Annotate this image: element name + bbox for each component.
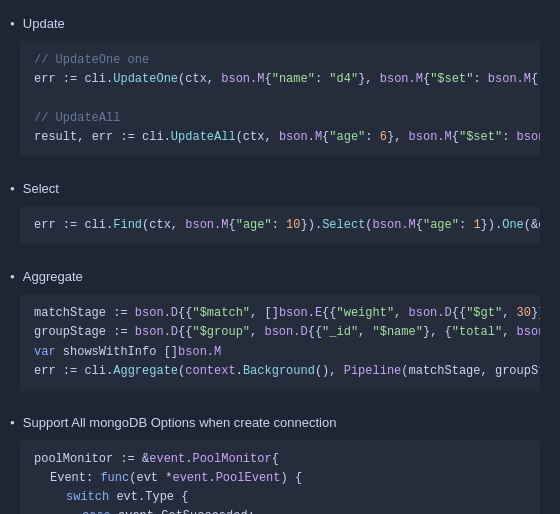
code-token: { [228,218,235,232]
code-token: , [250,325,264,339]
code-token: : [365,130,379,144]
code-line: groupStage := bson.D{{"$group", bson.D{{… [34,323,526,342]
code-token: cli [84,72,106,86]
code-token: (), [315,364,344,378]
section-header-support: ●Support All mongoDB Options when create… [0,409,560,436]
code-token: cli [84,364,106,378]
code-token: , [358,325,372,339]
code-comment: // UpdateAll [34,111,120,125]
code-token: }). [481,218,503,232]
code-token: 10 [286,218,300,232]
code-token: "total" [452,325,502,339]
code-token: result [34,130,77,144]
section-support: ●Support All mongoDB Options when create… [0,409,560,514]
code-token: cli [84,218,106,232]
code-token: { [452,130,459,144]
section-aggregate: ●AggregatematchStage := bson.D{{"$match"… [0,263,560,391]
code-token: }}}}} [531,306,540,320]
code-token: UpdateAll [171,130,236,144]
code-token: event [172,471,208,485]
code-token: "name" [272,72,315,86]
code-token: bson.M [178,345,221,359]
code-token: bson.D [264,325,307,339]
code-line: err := cli.Aggregate(context.Background(… [34,362,526,381]
code-token: case [82,509,111,514]
code-token: err [34,364,56,378]
code-token: poolMonitor [34,452,113,466]
bullet-icon: ● [10,272,15,281]
code-token: bson.D [135,306,178,320]
code-token: : [272,218,286,232]
code-token: bson.D [517,325,540,339]
code-token: : [459,218,473,232]
code-token: . [236,364,243,378]
code-token: bson.M [373,218,416,232]
code-token: bson.M [221,72,264,86]
code-token: 6 [380,130,387,144]
code-token: : [248,509,255,514]
code-line: result, err := cli.UpdateAll(ctx, bson.M… [34,128,526,147]
bullet-icon: ● [10,418,15,427]
code-token: (matchStage, groupStage)). [401,364,540,378]
code-token: {{ [178,325,192,339]
section-title: Update [23,16,65,31]
code-token: "$group" [192,325,250,339]
bullet-icon: ● [10,19,15,28]
code-token: : [473,72,487,86]
code-token: }, [358,72,380,86]
code-line: switch evt.Type { [34,488,526,507]
code-token: := [56,218,85,232]
code-block-update: // UpdateOne oneerr := cli.UpdateOne(ctx… [20,41,540,157]
code-token: Select [322,218,365,232]
code-line: err := cli.Find(ctx, bson.M{"age": 10}).… [34,216,526,235]
section-header-aggregate: ●Aggregate [0,263,560,290]
code-token: PoolEvent [216,471,281,485]
code-line: Event: func(evt *event.PoolEvent) { [34,469,526,488]
code-token: matchStage [34,306,106,320]
code-token: "d4" [329,72,358,86]
code-token: := [56,364,85,378]
code-token: { [416,218,423,232]
section-title: Support All mongoDB Options when create … [23,415,337,430]
code-line [34,89,526,108]
code-token: bson.M [185,218,228,232]
code-token: "age" [423,218,459,232]
code-token: (&one) [524,218,540,232]
code-token: bson.M [517,130,540,144]
code-token: {{ [308,325,322,339]
code-token: One [502,218,524,232]
code-token: 1 [473,218,480,232]
bullet-icon: ● [10,184,15,193]
code-token: ) { [280,471,302,485]
code-token: bson.M [488,72,531,86]
code-token: . [208,471,215,485]
code-token: . [164,130,171,144]
code-token: "$name" [373,325,423,339]
code-token: := [106,325,135,339]
code-token: "$match" [192,306,250,320]
code-token: ( [365,218,372,232]
app-container: ●Update// UpdateOne oneerr := cli.Update… [0,10,560,514]
code-token: showsWithInfo [56,345,164,359]
code-token: {{ [178,306,192,320]
code-token: (ctx, [142,218,185,232]
code-token: groupStage [34,325,106,339]
section-header-select: ●Select [0,175,560,202]
code-token: := [106,306,135,320]
code-line: // UpdateAll [34,109,526,128]
code-token: err [92,130,114,144]
code-line: // UpdateOne one [34,51,526,70]
section-title: Aggregate [23,269,83,284]
code-line: err := cli.UpdateOne(ctx, bson.M{"name":… [34,70,526,89]
code-comment: // UpdateOne one [34,53,149,67]
code-token: (ctx, [178,72,221,86]
code-token: "age" [329,130,365,144]
code-token: switch [66,490,109,504]
code-token: "_id" [322,325,358,339]
section-header-update: ●Update [0,10,560,37]
code-token: [] [164,345,178,359]
code-token: : [86,471,100,485]
section-title: Select [23,181,59,196]
code-token: bson.M [380,72,423,86]
section-select: ●Selecterr := cli.Find(ctx, bson.M{"age"… [0,175,560,245]
